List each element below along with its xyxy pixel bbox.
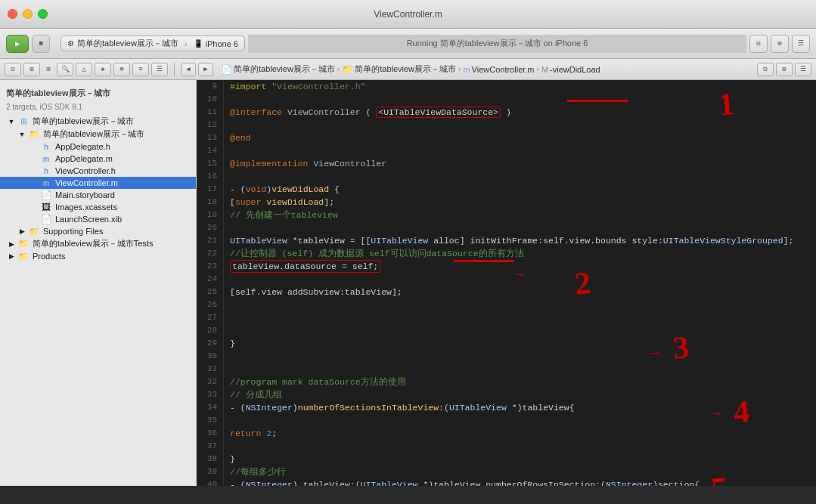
bookmark-btn[interactable]: ☰ [151,63,168,76]
tree-item-viewcontroller-m[interactable]: m ViewController.m [0,177,196,189]
tree-item-tests[interactable]: ▶ 📁 简单的tableview展示－城市Tests [0,237,196,250]
tree-item-project[interactable]: ▼ ⊞ 简单的tableview展示－城市 [0,115,196,128]
grid-view-btn[interactable]: ⊞ [23,63,40,76]
debug-btn[interactable]: ⊞ [776,63,793,76]
view-toggle-3[interactable]: ☰ [792,35,810,53]
tree-item-viewcontroller-h[interactable]: h ViewController.h [0,165,196,177]
log-btn[interactable]: ≡ [132,63,149,76]
project-targets: 2 targets, iOS SDK 8.1 [0,102,196,113]
back-btn[interactable]: ◀ [181,63,196,76]
tree-item-appdelegate-m[interactable]: m AppDelegate.m [0,153,196,165]
main-toolbar: ⚙ 简单的tableview展示－城市 › 📱 iPhone 6 Running… [0,29,816,59]
nav-toolbar: ⊟ ⊞ ⊞ 🔍 △ ◈ ⊛ ≡ ☰ ◀ ▶ 📄 简单的tableview展示－城… [0,59,816,80]
tree-item-products[interactable]: ▶ 📁 Products [0,250,196,262]
search-btn[interactable]: 🔍 [57,63,73,76]
tree-item-appdelegate-h[interactable]: h AppDelegate.h [0,141,196,153]
breakpoint-btn[interactable]: ◈ [95,63,111,76]
stop-button[interactable] [32,35,50,53]
maximize-button[interactable] [38,9,48,19]
activity-label: Running 简单的tableview展示－城市 on iPhone 6 [248,35,746,53]
traffic-lights [0,9,48,19]
breadcrumb-item-4[interactable]: M -viewDidLoad [541,65,600,74]
code-area: 9 10 11 12 13 14 15 16 17 18 19 20 21 22… [197,80,816,486]
forward-btn[interactable]: ▶ [198,63,213,76]
close-button[interactable] [8,9,17,19]
tree-item-launchscreen[interactable]: 📄 LaunchScreen.xib [0,213,196,225]
project-navigator: 简单的tableview展示－城市 2 targets, iOS SDK 8.1… [0,80,197,486]
main-layout: 简单的tableview展示－城市 2 targets, iOS SDK 8.1… [0,80,816,486]
window-title: ViewController.m [374,9,442,20]
breadcrumb-item-1[interactable]: 📄 简单的tableview展示－城市 [221,63,335,75]
minimize-button[interactable] [23,9,33,19]
assistant-btn[interactable]: ☰ [795,63,811,76]
breadcrumb-item-3[interactable]: m ViewController.m [463,65,534,74]
title-bar: ViewController.m [0,0,816,29]
tree-item-group[interactable]: ▼ 📁 简单的tableview展示－城市 [0,128,196,141]
view-toggle-1[interactable]: ⊟ [749,35,768,53]
tree-item-main-storyboard[interactable]: 📄 Main.storyboard [0,189,196,201]
breadcrumb-item-2[interactable]: 📁 简单的tableview展示－城市 [342,63,456,75]
line-numbers: 9 10 11 12 13 14 15 16 17 18 19 20 21 22… [197,80,224,486]
left-nav-btn[interactable]: ⊞ [42,63,54,76]
code-content: #import "ViewController.h" @interface Vi… [224,80,816,486]
run-button[interactable] [6,35,29,53]
thread-btn[interactable]: ⊛ [113,63,130,76]
code-editor[interactable]: 9 10 11 12 13 14 15 16 17 18 19 20 21 22… [197,80,816,486]
project-name: 简单的tableview展示－城市 [0,85,196,102]
scheme-selector[interactable]: ⚙ 简单的tableview展示－城市 › 📱 iPhone 6 [61,36,245,51]
issue-btn[interactable]: △ [76,63,92,76]
tree-item-supporting[interactable]: ▶ 📁 Supporting Files [0,225,196,237]
inspector-btn[interactable]: ⊟ [757,63,774,76]
view-toggle-2[interactable]: ⊞ [771,35,789,53]
sidebar-toggle[interactable]: ⊟ [5,63,21,76]
tree-item-images[interactable]: 🖼 Images.xcassets [0,201,196,213]
